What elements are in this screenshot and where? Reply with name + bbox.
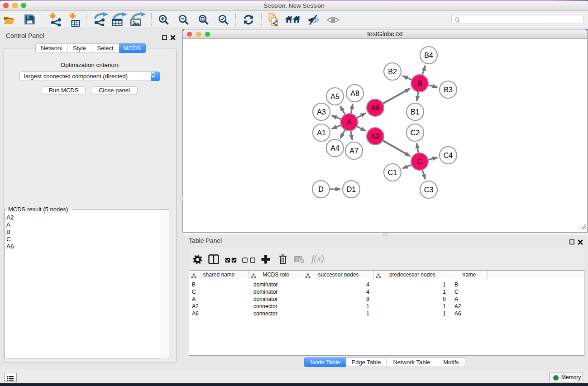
- svg-text:C: C: [417, 158, 422, 166]
- svg-text:A: A: [347, 119, 352, 126]
- svg-text:A8: A8: [350, 90, 359, 97]
- svg-text:B2: B2: [388, 68, 397, 76]
- svg-text:A2: A2: [371, 133, 380, 140]
- svg-text:D1: D1: [347, 186, 356, 193]
- svg-text:C1: C1: [388, 169, 397, 176]
- svg-text:B3: B3: [444, 86, 453, 94]
- svg-text:B1: B1: [411, 108, 420, 116]
- svg-text:A3: A3: [317, 108, 326, 116]
- svg-text:B4: B4: [424, 52, 433, 59]
- svg-text:C3: C3: [424, 186, 434, 194]
- svg-text:C2: C2: [411, 129, 420, 137]
- svg-text:C4: C4: [444, 152, 453, 159]
- svg-text:A4: A4: [330, 144, 339, 152]
- svg-text:A1: A1: [317, 129, 326, 137]
- svg-text:D: D: [318, 186, 324, 193]
- svg-text:A5: A5: [330, 93, 339, 100]
- svg-text:A7: A7: [349, 147, 359, 155]
- svg-text:A6: A6: [371, 104, 380, 112]
- svg-text:B: B: [417, 80, 422, 87]
